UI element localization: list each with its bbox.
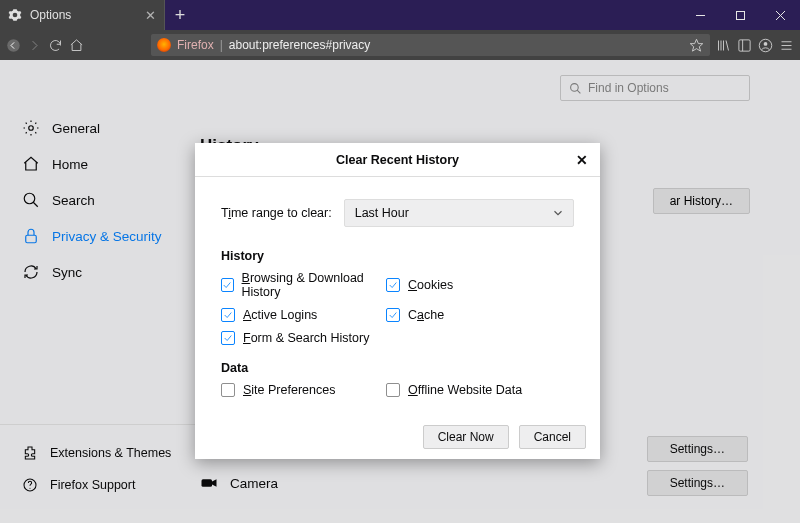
url-text: about:preferences#privacy xyxy=(229,38,370,52)
history-check-0[interactable]: Browsing & Download History xyxy=(221,271,386,299)
dialog-close-icon[interactable]: ✕ xyxy=(572,150,592,170)
forward-icon[interactable] xyxy=(27,38,42,53)
window-maximize[interactable] xyxy=(720,0,760,30)
cancel-button[interactable]: Cancel xyxy=(519,425,586,449)
clear-now-button[interactable]: Clear Now xyxy=(423,425,509,449)
titlebar: Options ✕ + xyxy=(0,0,800,30)
svg-point-9 xyxy=(764,42,768,46)
back-icon[interactable] xyxy=(6,38,21,53)
history-check-4[interactable]: Form & Search History xyxy=(221,331,386,345)
time-range-label: Time range to clear: xyxy=(221,206,332,220)
history-check-3[interactable]: Cache xyxy=(386,308,574,322)
clear-history-dialog: Clear Recent History ✕ Time range to cle… xyxy=(195,143,600,459)
svg-marker-5 xyxy=(690,39,703,51)
dialog-title: Clear Recent History ✕ xyxy=(195,143,600,177)
browser-tab[interactable]: Options ✕ xyxy=(0,0,165,30)
content: General Home Search Privacy & Security S… xyxy=(0,60,800,523)
new-tab-button[interactable]: + xyxy=(165,0,195,30)
checkbox[interactable] xyxy=(221,383,235,397)
svg-rect-1 xyxy=(736,11,744,19)
time-range-select[interactable]: Last Hour xyxy=(344,199,574,227)
navigation-toolbar: Firefox | about:preferences#privacy xyxy=(0,30,800,60)
chevron-down-icon xyxy=(551,206,565,220)
reload-icon[interactable] xyxy=(48,38,63,53)
svg-rect-6 xyxy=(739,39,750,50)
checkbox[interactable] xyxy=(386,383,400,397)
window-close[interactable] xyxy=(760,0,800,30)
data-checkboxes: Site PreferencesOffline Website Data xyxy=(221,383,574,397)
checkbox[interactable] xyxy=(221,308,235,322)
firefox-logo-icon xyxy=(157,38,171,52)
checkbox[interactable] xyxy=(221,331,235,345)
url-bar[interactable]: Firefox | about:preferences#privacy xyxy=(151,34,710,56)
history-check-2[interactable]: Active Logins xyxy=(221,308,386,322)
tab-title: Options xyxy=(30,8,71,22)
history-checkboxes: Browsing & Download HistoryCookiesActive… xyxy=(221,271,574,345)
checkbox[interactable] xyxy=(221,278,234,292)
history-group-title: History xyxy=(221,249,574,263)
gear-icon xyxy=(8,8,22,22)
account-icon[interactable] xyxy=(758,38,773,53)
checkbox[interactable] xyxy=(386,278,400,292)
data-check-1[interactable]: Offline Website Data xyxy=(386,383,574,397)
library-icon[interactable] xyxy=(716,38,731,53)
window-minimize[interactable] xyxy=(680,0,720,30)
bookmark-star-icon[interactable] xyxy=(689,38,704,53)
svg-point-4 xyxy=(7,39,20,52)
history-check-1[interactable]: Cookies xyxy=(386,271,574,299)
checkbox[interactable] xyxy=(386,308,400,322)
data-check-0[interactable]: Site Preferences xyxy=(221,383,386,397)
close-tab-icon[interactable]: ✕ xyxy=(145,8,156,23)
data-group-title: Data xyxy=(221,361,574,375)
brand-label: Firefox xyxy=(177,38,214,52)
app-menu-icon[interactable] xyxy=(779,38,794,53)
sidebars-icon[interactable] xyxy=(737,38,752,53)
home-icon[interactable] xyxy=(69,38,84,53)
